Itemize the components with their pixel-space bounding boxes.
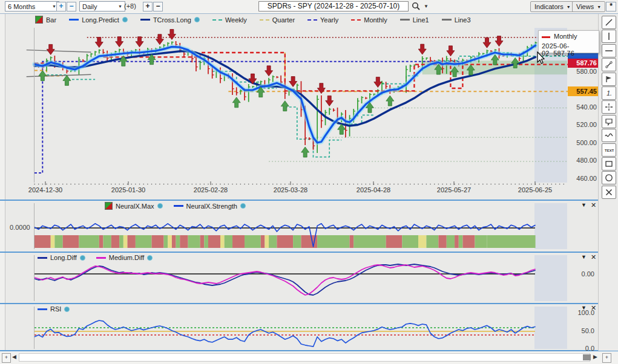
callout-tool-icon <box>604 117 614 126</box>
down-arrow <box>168 30 176 40</box>
flag-tool-icon <box>604 74 614 84</box>
down-arrow <box>418 44 426 54</box>
x-axis-label: 2025-04-28 <box>349 186 398 193</box>
bar-swatch-icon <box>105 202 113 210</box>
rectangle-tool-button[interactable] <box>602 157 616 171</box>
up-arrow <box>281 101 289 111</box>
legend-label: Medium.Diff <box>109 254 144 261</box>
legend-label: RSI <box>50 305 61 313</box>
zoom-in-left-button[interactable]: + <box>2 353 11 363</box>
zoom-in-right-button[interactable]: + <box>602 353 611 363</box>
charting-app: 6 Months ▼ + − Daily ▼ (+8) + − SPDRs - … <box>0 0 618 364</box>
x-axis-label: 2025-05-27 <box>430 186 478 193</box>
mouse-cursor <box>533 51 545 65</box>
x-axis-label: 2025-02-28 <box>186 186 235 193</box>
up-arrow <box>232 97 240 108</box>
panel2-collapse-button[interactable]: ▼ <box>581 254 587 260</box>
up-arrow <box>301 147 309 157</box>
tooltip-value: 587.76 <box>553 50 574 57</box>
rectangle-tool-icon <box>604 159 614 169</box>
y-axis-label: 480.00 <box>568 157 597 164</box>
tooltip-series: Monthly <box>554 33 577 40</box>
x-axis-label: 2025-03-28 <box>266 186 315 193</box>
rsi-50-label: 50.0 <box>568 327 594 334</box>
ellipse-tool-button[interactable] <box>602 171 616 184</box>
plot-left-border <box>34 203 35 249</box>
extended-line-tool-button[interactable] <box>602 58 616 71</box>
panel-splitter[interactable] <box>0 303 618 304</box>
legend-item-neuralx-strength[interactable]: NeuralX.Strength <box>174 203 246 210</box>
down-arrow <box>289 77 297 87</box>
monthly-line-swatch <box>542 36 550 38</box>
panel3-collapse-button[interactable]: ▼ <box>581 305 587 311</box>
chart-canvas[interactable] <box>0 0 618 364</box>
y-axis-label: 520.00 <box>568 121 597 128</box>
vertical-line-tool-icon <box>604 31 614 41</box>
yearly-line <box>35 62 462 173</box>
callout-tool-button[interactable] <box>602 115 616 128</box>
panel1-legend: NeuralX.MaxNeuralX.Strength <box>105 202 246 210</box>
down-arrow <box>326 96 334 106</box>
forecast-zone <box>534 203 567 249</box>
forecast-zone <box>534 307 567 349</box>
text-tool-button[interactable]: TEXT <box>602 143 616 157</box>
y-axis-label: 460.00 <box>568 175 597 182</box>
forecast-zone <box>534 255 567 301</box>
predicted-price-badge: 587.76 <box>568 59 599 68</box>
plot-left-border <box>34 307 35 349</box>
down-arrow <box>374 77 382 87</box>
down-arrow <box>116 37 123 47</box>
up-arrow <box>39 71 47 81</box>
legend-label: Long.Diff <box>50 254 77 261</box>
crosshair-tool-button[interactable] <box>602 100 616 114</box>
legend-item-medium-diff[interactable]: Medium.Diff <box>96 254 153 261</box>
rsi-line <box>35 320 536 346</box>
down-arrow <box>95 37 103 48</box>
line-swatch-icon <box>174 205 183 207</box>
x-axis-label: 2024-12-30 <box>21 186 70 193</box>
y-axis-label: 500.00 <box>568 139 597 146</box>
x-axis-label: 2025-06-25 <box>511 186 559 193</box>
legend-item-rsi[interactable]: RSI <box>38 305 70 313</box>
y-axis-label: 540.00 <box>568 103 597 111</box>
info-dot-icon[interactable] <box>157 203 163 209</box>
panel3-close-button[interactable]: ✕ <box>591 304 596 312</box>
legend-item-neuralx-max[interactable]: NeuralX.Max <box>105 202 163 210</box>
line-swatch-icon <box>38 257 47 259</box>
legend-label: NeuralX.Max <box>116 203 154 210</box>
vertical-line-tool-button[interactable] <box>602 30 616 43</box>
panel2-close-button[interactable]: ✕ <box>591 253 596 261</box>
crosshair-tool-icon <box>604 102 614 112</box>
panel-splitter[interactable] <box>0 200 618 201</box>
panel1-close-button[interactable]: ✕ <box>591 201 596 209</box>
panel3-legend: RSI <box>38 305 70 313</box>
freehand-tool-icon <box>604 131 614 140</box>
panel1-collapse-button[interactable]: ▼ <box>581 202 587 208</box>
line1 <box>27 50 91 53</box>
info-dot-icon[interactable] <box>80 255 85 261</box>
x-axis-ticks <box>34 181 564 185</box>
info-dot-icon[interactable] <box>240 203 246 209</box>
horizontal-scrollbar: + ◀ ▶ + <box>0 351 618 364</box>
info-dot-icon[interactable] <box>64 307 70 312</box>
scroll-right-button[interactable]: ▶ <box>591 353 599 362</box>
panel-splitter[interactable] <box>0 252 618 253</box>
flag-tool-button[interactable] <box>602 73 616 86</box>
angle-tool-button[interactable]: 1. <box>602 86 616 100</box>
panel1-zero-label: 0.0000 <box>10 224 30 231</box>
info-dot-icon[interactable] <box>147 255 153 261</box>
scrollbar-thumb[interactable] <box>583 354 591 360</box>
freehand-tool-button[interactable] <box>602 129 616 142</box>
quarter-level-badge: 557.45 <box>568 86 599 96</box>
plot-left-border <box>34 28 35 183</box>
horizontal-line-tool-button[interactable] <box>602 44 616 57</box>
delete-tool-button[interactable] <box>602 186 616 199</box>
down-arrow <box>47 44 54 54</box>
legend-item-long-diff[interactable]: Long.Diff <box>38 254 85 261</box>
line-tool-button[interactable] <box>602 16 616 29</box>
scroll-left-button[interactable]: ◀ <box>10 353 18 362</box>
delete-tool-icon <box>604 187 614 197</box>
text-tool-icon: TEXT <box>604 145 614 155</box>
scrollbar-track[interactable] <box>19 353 590 362</box>
ellipse-tool-icon <box>604 173 614 183</box>
